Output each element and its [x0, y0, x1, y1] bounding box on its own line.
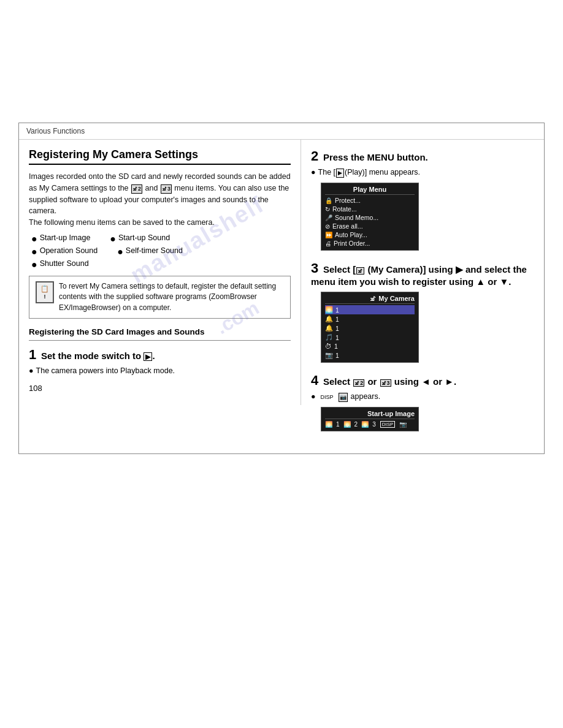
playback-mode-icon: ▶	[144, 352, 152, 361]
autoplay-icon: ⏩	[325, 232, 332, 238]
eraseall-label: Erase all...	[332, 222, 363, 230]
startup-image-title: Start-up Image	[325, 410, 415, 419]
main-title: Registering My Camera Settings	[29, 148, 291, 161]
step1-bullet: ● The camera powers into Playback mode.	[29, 365, 291, 376]
step2-title: Press the MENU button.	[323, 152, 428, 162]
bullet-startup-image: ● Start-up Image	[31, 233, 90, 244]
mycamera-val5: 1	[334, 343, 338, 350]
mycamera-row-1: 🌅 1	[325, 305, 415, 314]
step4-bullet-text: DISP 📷 appears.	[318, 391, 381, 402]
mycamera-menu-title: ꀃ My Camera	[325, 295, 415, 304]
bullet-dot: ●	[117, 247, 123, 257]
mycamera-icon3: 🔔	[325, 324, 333, 332]
step1-title: Set the mode switch to ▶.	[41, 351, 155, 361]
eraseall-icon: ⊘	[325, 223, 330, 230]
bullet-selftimer-sound: ● Self-timer Sound	[117, 246, 183, 257]
step2-body: ● The [▶(Play)] menu appears.	[311, 167, 534, 178]
step4-body: ● DISP 📷 appears.	[311, 391, 534, 402]
mycamera-row-3: 🔔 1	[325, 324, 415, 333]
autoplay-label: Auto Play...	[335, 231, 367, 238]
play-menu-screen: Play Menu 🔒 Protect... ↻ Rotate... 🎤 Sou…	[321, 183, 419, 251]
disp-icon2: DISP	[380, 421, 396, 428]
two-column-layout: Registering My Camera Settings Images re…	[19, 140, 544, 453]
mycamera-icon6: 📷	[325, 351, 333, 359]
play-menu-title: Play Menu	[325, 186, 415, 195]
mycam-icon1: ꀃ2	[131, 184, 142, 194]
startup-icon1: 🌅	[325, 421, 332, 428]
step3-title: Select [ꀃ (My Camera)] using ▶ and selec…	[311, 264, 527, 287]
printorder-label: Print Order...	[334, 240, 370, 247]
step-4: 4 Select ꀃ2 or ꀃ3 using ◄ or ►. ● DISP 📷…	[311, 373, 534, 431]
step1-bullet-text: The camera powers into Playback mode.	[36, 365, 175, 376]
rotate-label: Rotate...	[332, 205, 357, 213]
step4-bullet: ● DISP 📷 appears.	[311, 391, 534, 402]
bullet-row-1: ● Start-up Image ● Start-up Sound	[31, 233, 291, 244]
mycamera-val3: 1	[335, 325, 339, 332]
step2-bullet-dot: ●	[311, 167, 316, 178]
bullet-shutter-sound-text: Shutter Sound	[40, 259, 89, 268]
bullet-shutter-sound: ● Shutter Sound	[31, 259, 89, 270]
mycamera-icon2: 🔔	[325, 315, 333, 323]
bullet-dot: ●	[110, 234, 116, 244]
content-box: Various Functions Registering My Camera …	[18, 123, 545, 454]
mycamera-icon1: 🌅	[325, 306, 333, 314]
mycamera-val4: 1	[335, 334, 339, 341]
mycam-icon3: ꀃ	[356, 267, 364, 275]
mycamera-row-2: 🔔 1	[325, 314, 415, 324]
step-3: 3 Select [ꀃ (My Camera)] using ▶ and sel…	[311, 260, 534, 363]
bullet-operation-sound: ● Operation Sound	[31, 246, 98, 257]
step4-title: Select ꀃ2 or ꀃ3 using ◄ or ►.	[323, 376, 456, 387]
bullet-row-2: ● Operation Sound ● Self-timer Sound	[31, 246, 291, 257]
step2-bullet-text: The [▶(Play)] menu appears.	[318, 167, 420, 178]
step1-body: ● The camera powers into Playback mode.	[29, 365, 291, 376]
section-header-text: Various Functions	[26, 127, 85, 135]
play-menu-row-printorder: 🖨 Print Order...	[325, 239, 415, 248]
top-space	[0, 0, 563, 123]
bullet-operation-sound-text: Operation Sound	[40, 246, 98, 255]
step2-number: 2	[311, 148, 318, 164]
step3-number: 3	[311, 260, 318, 276]
mycam-icon6: 📷	[339, 393, 348, 402]
step2-bullet: ● The [▶(Play)] menu appears.	[311, 167, 534, 178]
page-number: 108	[29, 384, 291, 393]
disp-icon: DISP	[319, 393, 335, 402]
startup-icon2: 🌅	[343, 421, 351, 428]
startup-icon3: 🌅	[361, 421, 369, 428]
bullet-dot: ●	[31, 234, 37, 244]
play-icon: ▶	[336, 169, 344, 178]
mycamera-icon4: 🎵	[325, 333, 333, 341]
bullet-dot: ●	[31, 260, 37, 270]
soundmemo-label: Sound Memo...	[335, 214, 378, 221]
bullet-startup-sound: ● Start-up Sound	[110, 233, 170, 244]
mycamera-menu-screen: ꀃ My Camera 🌅 1 🔔 1 🔔 1	[321, 292, 419, 363]
mycam-icon2: ꀃ3	[161, 184, 172, 194]
mycamera-row-6: 📷 1	[325, 351, 415, 360]
intro-text: Images recorded onto the SD card and new…	[29, 171, 291, 229]
mycamera-val6: 1	[335, 352, 339, 359]
startup-image-screen: Start-up Image 🌅1 🌅2 🌅3 DISP 📷	[321, 407, 419, 431]
play-menu-row-soundmemo: 🎤 Sound Memo...	[325, 213, 415, 222]
play-menu-row-rotate: ↻ Rotate...	[325, 205, 415, 213]
right-column: 2 Press the MENU button. ● The [▶(Play)]…	[301, 140, 544, 453]
mycamera-row-4: 🎵 1	[325, 333, 415, 342]
note-icon-inner: 📋!	[40, 285, 49, 300]
mycamera-val1: 1	[335, 306, 339, 314]
sub-section-title: Registering the SD Card Images and Sound…	[29, 327, 291, 336]
startup-image-row: 🌅1 🌅2 🌅3 DISP 📷	[325, 420, 415, 428]
step1-bullet-dot: ●	[29, 365, 34, 376]
protect-icon: 🔒	[325, 197, 332, 204]
mycamera-title-icon: ꀃ	[370, 295, 377, 302]
startup-cam-icon: 📷	[399, 421, 407, 428]
printorder-icon: 🖨	[325, 240, 331, 247]
bullet-startup-sound-text: Start-up Sound	[118, 233, 170, 242]
mycam-icon4: ꀃ2	[353, 379, 364, 387]
page-wrapper: manualshelf .com Various Functions Regis…	[0, 0, 563, 728]
step-1: 1 Set the mode switch to ▶. ● The camera…	[29, 347, 291, 376]
play-menu-row-eraseall: ⊘ Erase all...	[325, 222, 415, 230]
mycamera-icon5: ⏱	[325, 343, 332, 350]
section-header-bar: Various Functions	[19, 123, 544, 140]
mycamera-val2: 1	[335, 316, 339, 323]
rotate-icon: ↻	[325, 206, 330, 213]
bullet-startup-image-text: Start-up Image	[40, 233, 91, 242]
protect-label: Protect...	[335, 197, 361, 204]
